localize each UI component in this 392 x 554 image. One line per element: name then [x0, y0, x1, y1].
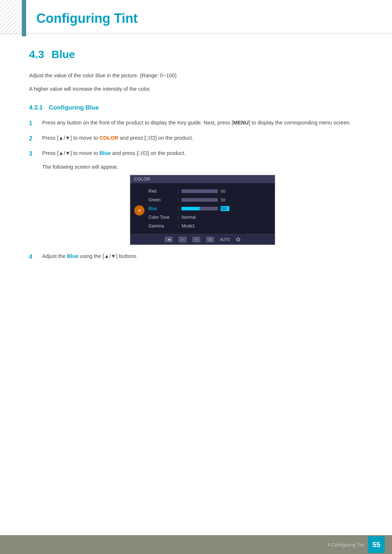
steps-list: 1 Press any button on the front of the p… — [29, 119, 363, 158]
menu-value-red: 50 — [221, 189, 229, 193]
menu-label-gamma: Gamma — [148, 223, 177, 229]
menu-label-green: Green — [148, 197, 177, 202]
menu-label-colortone: Color Tone — [148, 215, 177, 220]
menu-bar-green-bg — [181, 198, 218, 202]
footer-page-number: 55 — [368, 536, 385, 553]
page-footer: 4 Configuring Tint 55 — [0, 535, 392, 554]
menu-value-blue: 50 — [221, 206, 229, 211]
section-number: 4.3 — [29, 48, 44, 61]
subsection-title: Configuring Blue — [49, 104, 99, 111]
step-1-number: 1 — [29, 119, 36, 128]
step-3: 3 Press [▲/▼] to move to Blue and press … — [29, 149, 363, 159]
header-stripe-decoration — [0, 0, 22, 36]
menu-bar-blue: 50 — [181, 206, 229, 211]
btn-plus: + — [192, 237, 200, 242]
step-4: 4 Adjust the Blue using the [▲/▼] button… — [29, 252, 363, 262]
description-2: A higher value will increase the intensi… — [29, 85, 363, 93]
monitor-icon: ⚙ — [134, 205, 144, 216]
menu-bar-red-fill — [181, 189, 200, 193]
step-2-text: Press [▲/▼] to move to COLOR and press [… — [42, 134, 363, 142]
step-1: 1 Press any button on the front of the p… — [29, 119, 363, 128]
monitor-icon-col: ⚙ — [130, 187, 148, 230]
monitor-screen: COLOR ⚙ Red : — [130, 175, 275, 245]
btn-minus: – — [179, 237, 187, 242]
menu-row-blue: Blue : 50 — [148, 204, 275, 213]
header-blue-bar — [22, 0, 26, 36]
monitor-menu: Red : 50 Green : — [148, 187, 275, 230]
menu-bar-red-bg — [181, 189, 218, 193]
step-1-text: Press any button on the front of the pro… — [42, 119, 363, 127]
menu-value-colortone: Normal — [181, 215, 196, 220]
menu-bar-red: 50 — [181, 189, 229, 193]
main-content: 4.3 Blue Adjust the value of the color b… — [0, 34, 392, 296]
menu-row-gamma: Gamma : Mode1 — [148, 222, 275, 230]
subsection-number: 4.3.1 — [29, 104, 43, 111]
menu-label-blue: Blue — [148, 206, 177, 211]
btn-menu: ⊡ — [206, 237, 214, 242]
menu-value-gamma: Mode1 — [181, 223, 195, 229]
power-icon: ⏻ — [236, 237, 240, 242]
menu-value-green: 50 — [221, 198, 229, 202]
menu-row-green: Green : 50 — [148, 196, 275, 204]
sub-note: The following screen will appear. — [42, 164, 363, 170]
footer-text: 4 Configuring Tint — [327, 542, 364, 547]
menu-bar-blue-bg — [181, 207, 218, 210]
page-header: Configuring Tint — [0, 0, 392, 34]
menu-label-red: Red — [148, 189, 177, 194]
menu-bar-blue-fill — [181, 207, 200, 210]
menu-bar-green-fill — [181, 198, 200, 202]
auto-label: AUTO — [220, 238, 230, 242]
page-title: Configuring Tint — [29, 11, 363, 26]
description-1: Adjust the value of the color blue in th… — [29, 71, 363, 80]
subsection-heading: 4.3.1 Configuring Blue — [29, 104, 363, 111]
menu-row-colortone: Color Tone : Normal — [148, 213, 275, 222]
step-2: 2 Press [▲/▼] to move to COLOR and press… — [29, 134, 363, 143]
step-4-list: 4 Adjust the Blue using the [▲/▼] button… — [29, 252, 363, 262]
menu-bar-green: 50 — [181, 198, 229, 202]
monitor-icon-svg: ⚙ — [136, 208, 142, 213]
monitor-body: ⚙ Red : 50 — [130, 183, 275, 234]
step-4-text: Adjust the Blue using the [▲/▼] buttons. — [42, 252, 363, 260]
step-4-number: 4 — [29, 252, 36, 262]
section-title: Blue — [52, 48, 75, 61]
svg-text:⚙: ⚙ — [138, 209, 141, 213]
step-2-number: 2 — [29, 134, 36, 143]
menu-row-red: Red : 50 — [148, 187, 275, 196]
monitor-bottom-bar: ◀ – + ⊡ AUTO ⏻ — [130, 234, 275, 245]
step-3-number: 3 — [29, 149, 36, 159]
section-heading: 4.3 Blue — [29, 48, 363, 61]
monitor-title-bar: COLOR — [130, 175, 275, 183]
step-3-text: Press [▲/▼] to move to Blue and press [□… — [42, 149, 363, 157]
btn-left: ◀ — [165, 237, 173, 242]
monitor-container: COLOR ⚙ Red : — [42, 175, 363, 245]
